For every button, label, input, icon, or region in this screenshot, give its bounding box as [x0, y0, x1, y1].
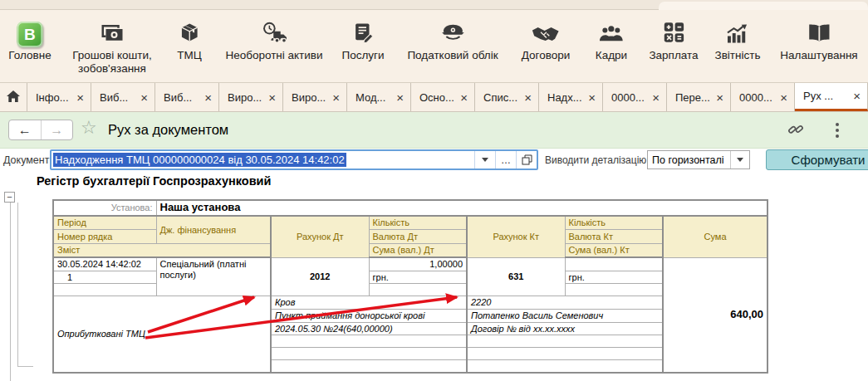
cell-header-financing[interactable]: Дж. фінансування: [156, 216, 271, 244]
tab-item[interactable]: Виб...×: [155, 83, 219, 111]
cell-entry-account-kt[interactable]: 631: [467, 257, 565, 296]
detail-mode-dropdown-button[interactable]: [730, 151, 749, 169]
cell-header-content[interactable]: Зміст: [53, 244, 271, 257]
document-choose-button[interactable]: …: [495, 151, 516, 169]
tab-label: Виро...: [228, 91, 262, 104]
tab-item[interactable]: Виро...×: [283, 83, 347, 111]
close-icon[interactable]: ×: [588, 91, 596, 104]
detail-mode-select[interactable]: По горизонталі: [647, 150, 750, 169]
truck-clock-icon: [260, 21, 288, 47]
cell-entry-total[interactable]: 640,00: [663, 257, 767, 373]
cell-org-value[interactable]: Наша установа: [156, 200, 767, 216]
tab-item-active[interactable]: Рух ...×: [795, 83, 868, 111]
tab-item[interactable]: Пере...×: [667, 83, 731, 111]
cell-subconto-kt-1[interactable]: 2220: [467, 296, 663, 310]
cell-header-line-no[interactable]: Номер рядка: [53, 230, 156, 244]
cell-entry-currency-kt[interactable]: грн.: [565, 271, 663, 284]
cell-subconto-dt-3[interactable]: 2024.05.30 №24(640,00000): [271, 322, 467, 335]
document-input-text[interactable]: Надходження ТМЦ 000000000024 від 30.05.2…: [51, 151, 474, 169]
close-icon[interactable]: ×: [460, 91, 468, 104]
cell-header-account-dt[interactable]: Рахунок Дт: [271, 216, 369, 257]
cell-empty[interactable]: [369, 284, 467, 296]
cell-header-currency-dt[interactable]: Валюта Дт: [369, 230, 467, 244]
sections-toolbar: В Головне Грошові кошти, зобов'язання ТМ…: [0, 10, 868, 83]
cell-subconto-dt-1[interactable]: Кров: [271, 296, 467, 310]
cell-empty[interactable]: [467, 348, 663, 360]
section-reporting[interactable]: Звітність: [715, 16, 761, 62]
close-icon[interactable]: ×: [332, 91, 340, 104]
section-home[interactable]: В Головне: [8, 16, 51, 62]
close-icon[interactable]: ×: [268, 91, 276, 104]
cell-subconto-kt-2[interactable]: Потапенко Василь Семенович: [467, 310, 663, 323]
cell-entry-financing[interactable]: Спеціальний (платні послуги): [156, 257, 271, 296]
back-button[interactable]: ←: [9, 120, 42, 139]
section-noncurrent-assets[interactable]: Необоротні активи: [225, 16, 322, 62]
tab-item[interactable]: Мод...×: [347, 83, 411, 111]
tab-item[interactable]: Виро...×: [219, 83, 283, 111]
document-label: Документ:: [3, 154, 52, 166]
close-icon[interactable]: ×: [652, 91, 660, 104]
cell-entry-qty-dt[interactable]: 1,00000: [369, 257, 467, 271]
section-services[interactable]: Послуги: [341, 16, 384, 62]
forward-button[interactable]: →: [42, 120, 73, 139]
cell-empty[interactable]: [271, 335, 467, 348]
cell-header-qty-dt[interactable]: Кількість: [369, 216, 467, 230]
section-settings[interactable]: Налаштування: [780, 16, 857, 62]
section-tax-accounting[interactable]: Податковий облік: [407, 16, 498, 62]
get-link-icon[interactable]: [787, 120, 805, 142]
tab-item[interactable]: Надх...×: [539, 83, 603, 111]
cell-empty[interactable]: [467, 335, 663, 348]
section-money[interactable]: Грошові кошти, зобов'язання: [57, 16, 167, 75]
document-dropdown-button[interactable]: [474, 151, 495, 169]
section-hr[interactable]: Кадри: [596, 16, 627, 62]
cell-header-qty-kt[interactable]: Кількість: [565, 216, 663, 230]
cell-subconto-dt-2[interactable]: Пункт приймання донорської крові: [271, 310, 467, 323]
cell-empty[interactable]: [565, 284, 663, 296]
cell-entry-qty-kt[interactable]: [565, 257, 663, 271]
section-tmc[interactable]: ТМЦ: [177, 16, 201, 62]
cell-entry-period[interactable]: 30.05.2024 14:42:02: [53, 257, 156, 271]
detail-mode-value: По горизонталі: [648, 151, 730, 169]
cell-entry-currency-dt[interactable]: грн.: [369, 271, 467, 284]
section-salary[interactable]: Зарплата: [649, 16, 698, 62]
close-icon[interactable]: ×: [780, 91, 787, 104]
tab-item[interactable]: Спис...×: [475, 83, 539, 111]
favorite-star-icon[interactable]: ☆: [81, 119, 97, 137]
cell-empty[interactable]: [271, 348, 467, 360]
cell-header-period[interactable]: Період: [53, 216, 156, 230]
cell-empty[interactable]: [467, 360, 663, 373]
collapse-group-button[interactable]: −: [4, 192, 15, 203]
tab-item[interactable]: Осно...×: [411, 83, 475, 111]
police-cap-icon: [440, 22, 465, 47]
tab-item[interactable]: 0000...×: [731, 83, 795, 111]
cell-entry-content[interactable]: Оприбутковані ТМЦ: [53, 296, 271, 373]
cell-entry-line-no[interactable]: 1: [53, 271, 156, 284]
generate-button[interactable]: Сформувати: [766, 149, 868, 170]
tab-item[interactable]: Інфо...×: [27, 83, 91, 111]
close-icon[interactable]: ×: [204, 91, 212, 104]
cell-header-total[interactable]: Сума: [663, 216, 767, 257]
cell-subconto-kt-3[interactable]: Договір № від хх.хх.хххх: [467, 322, 663, 335]
report-title: Регістр бухгалтерії Госпрозрахунковий: [37, 174, 271, 188]
tab-item[interactable]: 0000...×: [603, 83, 667, 111]
cell-empty[interactable]: [53, 284, 156, 296]
cell-header-amount-cur-kt[interactable]: Сума (вал.) Кт: [565, 244, 663, 257]
cell-empty[interactable]: [271, 360, 467, 373]
document-open-button[interactable]: [516, 151, 537, 169]
cell-header-amount-cur-dt[interactable]: Сума (вал.) Дт: [369, 244, 467, 257]
close-icon[interactable]: ×: [524, 91, 532, 104]
close-icon[interactable]: ×: [716, 91, 723, 104]
tab-item[interactable]: Виб...×: [91, 83, 155, 111]
section-contracts[interactable]: Договори: [522, 16, 571, 62]
close-icon[interactable]: ×: [853, 90, 861, 102]
cell-entry-account-dt[interactable]: 2012: [271, 257, 369, 296]
cell-header-currency-kt[interactable]: Валюта Кт: [565, 230, 663, 244]
close-icon[interactable]: ×: [140, 91, 148, 104]
cell-org-label[interactable]: Установа:: [53, 200, 156, 216]
document-input[interactable]: Надходження ТМЦ 000000000024 від 30.05.2…: [50, 149, 538, 170]
close-icon[interactable]: ×: [76, 91, 84, 104]
more-menu-icon[interactable]: [836, 123, 839, 126]
cell-header-account-kt[interactable]: Рахунок Кт: [467, 216, 565, 257]
tab-home[interactable]: [0, 83, 27, 111]
close-icon[interactable]: ×: [396, 91, 404, 104]
